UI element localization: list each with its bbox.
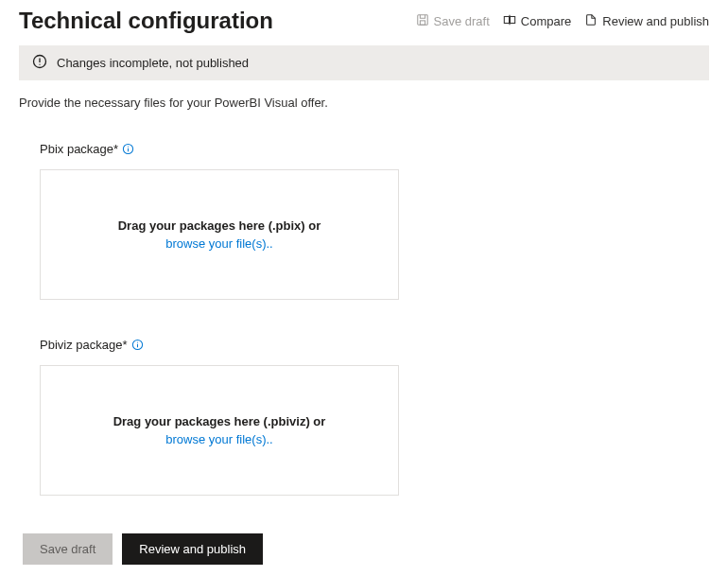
svg-rect-1 (420, 20, 425, 24)
pbiviz-section: Pbiviz package* Drag your packages here … (40, 338, 709, 496)
review-publish-label: Review and publish (602, 14, 709, 28)
svg-rect-0 (417, 14, 427, 25)
pbix-drag-text: Drag your packages here (.pbix) or (118, 218, 321, 233)
compare-action[interactable]: Compare (503, 13, 571, 29)
svg-point-11 (136, 341, 137, 342)
page-title: Technical configuration (19, 8, 273, 34)
pbiviz-label-row: Pbiviz package* (40, 338, 709, 352)
compare-label: Compare (521, 14, 571, 28)
footer-actions: Save draft Review and publish (23, 533, 709, 565)
status-bar: Changes incomplete, not published (19, 45, 709, 80)
save-icon (416, 13, 429, 29)
review-publish-button[interactable]: Review and publish (122, 533, 263, 565)
pbix-label-row: Pbix package* (40, 142, 709, 156)
header-actions: Save draft Compare Review and publish (416, 13, 709, 29)
save-draft-action: Save draft (416, 13, 490, 29)
pbix-label: Pbix package* (40, 142, 118, 156)
page-description: Provide the necessary files for your Pow… (19, 96, 709, 110)
svg-point-8 (128, 146, 129, 147)
svg-rect-3 (510, 16, 514, 23)
compare-icon (503, 13, 516, 29)
page-header: Technical configuration Save draft Compa (19, 8, 709, 34)
pbiviz-dropzone[interactable]: Drag your packages here (.pbiviz) or bro… (40, 365, 399, 496)
pbix-dropzone[interactable]: Drag your packages here (.pbix) or brows… (40, 169, 399, 300)
status-message: Changes incomplete, not published (57, 56, 249, 70)
pbiviz-browse-link[interactable]: browse your file(s).. (165, 432, 272, 446)
pbix-browse-link[interactable]: browse your file(s).. (165, 236, 272, 251)
info-icon[interactable] (131, 339, 144, 351)
info-icon[interactable] (122, 143, 134, 155)
review-publish-action[interactable]: Review and publish (584, 13, 709, 29)
publish-icon (584, 13, 598, 29)
svg-rect-2 (504, 16, 509, 23)
pbiviz-drag-text: Drag your packages here (.pbiviz) or (113, 414, 326, 428)
svg-point-6 (39, 64, 40, 65)
pbiviz-label: Pbiviz package* (40, 338, 128, 352)
info-status-icon (32, 54, 47, 72)
save-draft-button: Save draft (23, 533, 113, 565)
pbix-section: Pbix package* Drag your packages here (.… (40, 142, 709, 300)
save-draft-label: Save draft (434, 14, 490, 28)
